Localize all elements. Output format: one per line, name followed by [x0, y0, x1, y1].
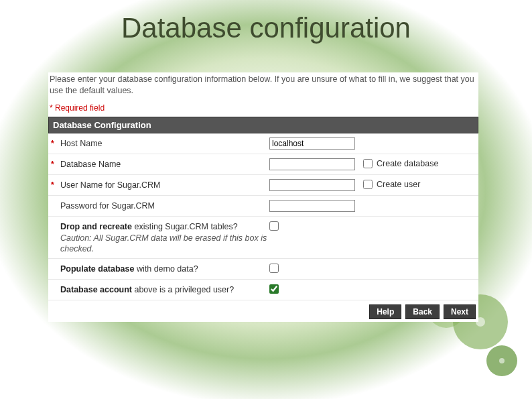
required-asterisk: [51, 221, 60, 222]
required-asterisk: *: [51, 137, 60, 148]
required-asterisk: *: [51, 179, 60, 190]
help-button[interactable]: Help: [369, 304, 401, 319]
checkbox-priv-user[interactable]: [269, 284, 279, 294]
label-create-database: Create database: [377, 159, 438, 168]
config-panel: Please enter your database configuration…: [48, 72, 478, 322]
label-password: Password for Sugar.CRM: [60, 200, 269, 211]
required-asterisk: [51, 263, 60, 264]
label-demo-data: Populate database with demo data?: [60, 263, 269, 274]
create-user-option: Create user: [363, 179, 420, 189]
row-priv-user: Database account above is a privileged u…: [48, 280, 478, 300]
label-drop-tables-rest: existing Sugar.CRM tables?: [132, 222, 238, 231]
label-database-name: Database Name: [60, 158, 269, 169]
row-database-name: * Database Name Create database: [48, 154, 478, 175]
section-header: Database Configuration: [48, 117, 478, 133]
input-host-name[interactable]: [269, 137, 355, 150]
label-drop-tables: Drop and recreate existing Sugar.CRM tab…: [60, 221, 269, 255]
checkbox-create-user[interactable]: [363, 180, 373, 189]
checkbox-demo-data[interactable]: [269, 264, 279, 273]
row-host-name: * Host Name: [48, 133, 478, 154]
footer-buttons: Help Back Next: [48, 300, 478, 322]
label-create-user: Create user: [377, 180, 420, 189]
required-asterisk: *: [51, 158, 60, 169]
intro-text: Please enter your database configuration…: [48, 72, 478, 101]
label-priv-user-rest: above is a privileged user?: [132, 285, 234, 294]
page-title: Database configuration: [0, 12, 532, 44]
label-demo-data-rest: with demo data?: [134, 264, 198, 274]
row-user-name: * User Name for Sugar.CRM Create user: [48, 175, 478, 196]
label-drop-tables-bold: Drop and recreate: [60, 222, 132, 231]
input-user-name[interactable]: [269, 179, 355, 191]
next-button[interactable]: Next: [444, 304, 476, 319]
row-demo-data: Populate database with demo data?: [48, 259, 478, 280]
required-asterisk: [51, 200, 60, 201]
input-database-name[interactable]: [269, 158, 355, 170]
label-priv-user-bold: Database account: [60, 285, 132, 294]
label-host-name: Host Name: [60, 137, 269, 148]
label-user-name: User Name for Sugar.CRM: [60, 179, 269, 190]
checkbox-create-database[interactable]: [363, 159, 373, 168]
required-field-note: * Required field: [48, 101, 478, 117]
required-asterisk: [51, 284, 60, 285]
checkbox-drop-tables[interactable]: [269, 221, 279, 231]
caution-drop-tables: Caution: All Sugar.CRM data will be eras…: [60, 233, 269, 255]
create-database-option: Create database: [363, 158, 438, 168]
input-password[interactable]: [269, 200, 355, 212]
row-drop-tables: Drop and recreate existing Sugar.CRM tab…: [48, 217, 478, 260]
label-demo-data-bold: Populate database: [60, 264, 134, 274]
back-button[interactable]: Back: [405, 304, 440, 319]
row-password: Password for Sugar.CRM: [48, 196, 478, 217]
label-priv-user: Database account above is a privileged u…: [60, 284, 269, 294]
